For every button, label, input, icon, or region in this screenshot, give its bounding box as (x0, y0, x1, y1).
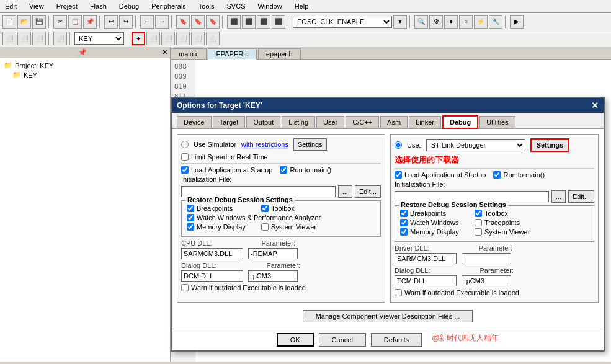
use-debugger-radio[interactable] (395, 141, 402, 149)
load-app-right-check[interactable] (395, 171, 402, 179)
dialog-tab-target[interactable]: Target (213, 116, 246, 128)
run-main-right-check[interactable] (493, 171, 501, 179)
bookmark1-btn[interactable]: 🔖 (176, 15, 190, 29)
more3-btn[interactable]: ⬛ (257, 15, 270, 29)
s6[interactable]: ⬜ (146, 32, 160, 45)
menu-svcs[interactable]: SVCS (225, 1, 248, 11)
dialog-dll-right-input[interactable] (395, 275, 457, 286)
s4[interactable]: ⬜ (53, 32, 67, 45)
watch-left-check[interactable] (187, 214, 194, 221)
tab-main-c[interactable]: main.c (171, 48, 207, 59)
watch-right-check[interactable] (400, 219, 408, 226)
cut-btn[interactable]: ✂ (53, 15, 67, 29)
t6[interactable]: 🔧 (489, 15, 502, 29)
open-btn[interactable]: 📂 (17, 15, 31, 29)
save-btn[interactable]: 💾 (32, 15, 46, 29)
dialog-tab-user[interactable]: User (316, 116, 344, 128)
cpu-dll-left-input[interactable] (181, 248, 243, 259)
limit-speed-check[interactable] (181, 153, 189, 161)
s10[interactable]: ⬜ (206, 32, 220, 45)
dialog-tab-utilities[interactable]: Utilities (479, 116, 515, 128)
cpu-param-left-input[interactable] (248, 248, 298, 259)
dialog-tab-device[interactable]: Device (177, 116, 212, 128)
more4-btn[interactable]: ⬛ (272, 15, 285, 29)
more1-btn[interactable]: ⬛ (227, 15, 241, 29)
menu-peripherals[interactable]: Peripherals (149, 1, 189, 11)
init-edit-right-btn[interactable]: Edit... (568, 190, 594, 203)
debugger-combo[interactable]: ST-Link Debugger (426, 139, 525, 151)
memory-left-check[interactable] (187, 223, 194, 231)
init-dots-right-btn[interactable]: ... (551, 190, 566, 203)
tab-epaper-c[interactable]: EPAPER.c (208, 48, 256, 60)
undo-btn[interactable]: ↩ (104, 15, 118, 29)
with-restrictions-link[interactable]: with restrictions (241, 141, 288, 148)
s3[interactable]: ⬜ (32, 32, 46, 45)
t5[interactable]: ⚡ (474, 15, 488, 29)
s7[interactable]: ⬜ (161, 32, 175, 45)
right-settings-btn[interactable]: Settings (530, 138, 569, 152)
init-dots-left-btn[interactable]: ... (338, 185, 352, 198)
s9[interactable]: ⬜ (191, 32, 205, 45)
sidebar-item-key[interactable]: 📁 KEY (2, 70, 167, 79)
warn-left-check[interactable] (181, 284, 189, 291)
menu-window[interactable]: Window (256, 1, 285, 11)
sysview-right-check[interactable] (475, 228, 482, 236)
dialog-tab-cc[interactable]: C/C++ (346, 116, 379, 128)
s1[interactable]: ⬜ (2, 32, 16, 45)
defaults-btn[interactable]: Defaults (371, 333, 422, 347)
dialog-param-left-input[interactable] (248, 270, 298, 282)
load-app-left-check[interactable] (181, 166, 189, 174)
toolbox-left-check[interactable] (261, 205, 269, 212)
t3[interactable]: ● (444, 15, 458, 29)
new-btn[interactable]: 📄 (2, 15, 16, 29)
dialog-tab-listing[interactable]: Listing (282, 116, 315, 128)
menu-debug[interactable]: Debug (117, 1, 141, 11)
t7[interactable]: ▶ (510, 15, 524, 29)
more2-btn[interactable]: ⬛ (242, 15, 256, 29)
bookmark3-btn[interactable]: 🔖 (206, 15, 220, 29)
run-main-left-check[interactable] (280, 166, 287, 174)
dialog-param-right-input[interactable] (462, 275, 511, 286)
toolbox-right-check[interactable] (475, 210, 482, 217)
dialog-dll-left-input[interactable] (181, 270, 243, 282)
dialog-tab-debug[interactable]: Debug (442, 115, 478, 129)
dialog-tab-linker[interactable]: Linker (409, 116, 441, 128)
cancel-btn[interactable]: Cancel (319, 333, 366, 347)
redo-btn[interactable]: ↪ (119, 15, 133, 29)
s2[interactable]: ⬜ (17, 32, 31, 45)
copy-btn[interactable]: 📋 (68, 15, 82, 29)
menu-project[interactable]: Project (54, 1, 80, 11)
nav-fwd-btn[interactable]: → (155, 15, 169, 29)
driver-param-right-input[interactable] (462, 253, 511, 264)
memory-right-check[interactable] (400, 228, 408, 236)
sidebar-close[interactable]: ✕ (162, 48, 167, 56)
ok-btn[interactable]: OK (277, 333, 314, 347)
manage-component-btn[interactable]: Manage Component Viewer Description File… (303, 310, 473, 322)
warn-right-check[interactable] (395, 289, 402, 296)
menu-help[interactable]: Help (292, 1, 311, 11)
breakpoints-right-check[interactable] (400, 210, 408, 217)
sidebar-pin[interactable]: 📌 (78, 48, 87, 56)
menu-edit[interactable]: Edit (2, 1, 19, 11)
sysview-left-check[interactable] (261, 223, 269, 231)
dialog-tab-asm[interactable]: Asm (380, 116, 408, 128)
combo-btn[interactable]: ▼ (393, 15, 407, 29)
menu-tools[interactable]: Tools (196, 1, 217, 11)
left-settings-btn[interactable]: Settings (293, 138, 327, 151)
nav-back-btn[interactable]: ← (140, 15, 154, 29)
menu-flash[interactable]: Flash (87, 1, 109, 11)
dialog-close-btn[interactable]: ✕ (591, 100, 599, 110)
t2[interactable]: ⚙ (429, 15, 443, 29)
t1[interactable]: 🔍 (414, 15, 428, 29)
sidebar-item-project[interactable]: 📁 Project: KEY (2, 61, 167, 70)
menu-view[interactable]: View (27, 1, 47, 11)
tracepoints-right-check[interactable] (475, 219, 482, 226)
init-edit-left-btn[interactable]: Edit... (355, 185, 381, 198)
key-combo[interactable]: KEY (74, 32, 124, 45)
bookmark2-btn[interactable]: 🔖 (191, 15, 205, 29)
target-combo[interactable]: EOSC_CLK_ENABLE (293, 16, 392, 28)
tab-epaper-h[interactable]: epaper.h (258, 48, 301, 59)
s8[interactable]: ⬜ (176, 32, 190, 45)
use-simulator-radio[interactable] (181, 141, 189, 148)
dialog-tab-output[interactable]: Output (246, 116, 280, 128)
